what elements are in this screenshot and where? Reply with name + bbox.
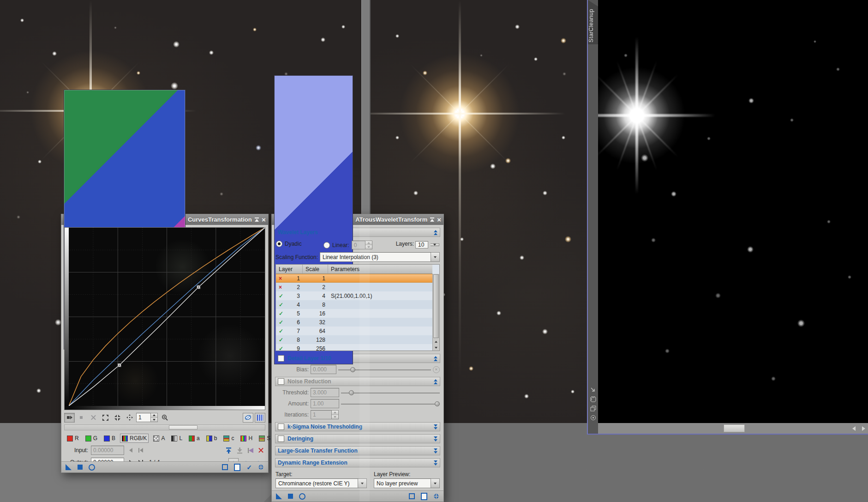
realtime-preview-icon[interactable]: [89, 464, 95, 471]
channel-button-h[interactable]: H: [239, 434, 254, 443]
section-dynamic-range-extension[interactable]: Dynamic Range Extension: [275, 458, 440, 467]
edit-instance-icon[interactable]: [222, 464, 228, 470]
expand-section-icon[interactable]: [434, 424, 437, 429]
wavelet-layer-row[interactable]: ✓764: [276, 327, 432, 335]
wavelet-layer-row[interactable]: ✓8128: [276, 335, 432, 344]
zoom-to-fit-icon[interactable]: [590, 387, 596, 393]
channel-button-b[interactable]: B: [102, 434, 117, 443]
bias-slider[interactable]: [338, 366, 431, 373]
fit-view-icon[interactable]: [590, 396, 596, 402]
apply-global-icon[interactable]: [288, 494, 293, 499]
curve-plot-area[interactable]: [69, 228, 265, 406]
collapse-section-icon[interactable]: [434, 379, 437, 384]
layer-enabled-icon[interactable]: ✓: [279, 293, 286, 299]
detail-layer-checkbox[interactable]: [278, 355, 284, 362]
amount-value-field[interactable]: 1.00: [311, 399, 339, 408]
layers-combo[interactable]: 10: [415, 240, 439, 249]
apply-icon[interactable]: [66, 464, 72, 470]
edit-point-mode-button[interactable]: [64, 413, 75, 423]
wavelet-layer-row[interactable]: ✓48: [276, 300, 432, 309]
wavelet-layer-row[interactable]: ✓632: [276, 318, 432, 327]
channel-button-l[interactable]: L: [169, 434, 184, 443]
channel-button-s[interactable]: S: [257, 434, 272, 443]
scroll-down-icon[interactable]: [433, 345, 439, 351]
wavelet-layer-row[interactable]: ✓516: [276, 309, 432, 318]
vscrollbar-thumb[interactable]: [433, 274, 439, 338]
wavelet-layer-row[interactable]: ×11: [276, 274, 432, 283]
layer-disabled-icon[interactable]: ×: [279, 275, 286, 282]
expand-section-icon[interactable]: [434, 448, 437, 454]
deringing-checkbox[interactable]: [278, 435, 284, 442]
apply-global-icon[interactable]: [78, 465, 83, 470]
pan-mode-button[interactable]: [124, 413, 135, 423]
layer-enabled-icon[interactable]: ✓: [279, 310, 286, 317]
channel-button-a[interactable]: a: [187, 434, 202, 443]
track-check-icon[interactable]: ✓: [246, 464, 252, 471]
section-large-scale-transfer-function[interactable]: Large-Scale Transfer Function: [275, 446, 440, 455]
channel-button-b[interactable]: b: [204, 434, 219, 443]
column-header-layer[interactable]: Layer: [276, 265, 303, 273]
layer-enabled-icon[interactable]: ✓: [279, 302, 286, 308]
column-header-parameters[interactable]: Parameters: [328, 265, 432, 273]
scroll-left-icon[interactable]: [852, 426, 856, 431]
select-point-mode-button[interactable]: [76, 413, 87, 423]
amount-slider[interactable]: [341, 400, 440, 407]
track-view-icon[interactable]: [247, 448, 254, 454]
input-value-field[interactable]: 0.00000: [91, 446, 124, 455]
wavelet-layer-row[interactable]: ✓9256: [276, 344, 432, 351]
threshold-value-field[interactable]: 3.000: [311, 388, 339, 397]
starcleanup-window[interactable]: StarCleanup: [587, 0, 868, 435]
bias-slider-thumb[interactable]: [350, 367, 355, 372]
show-grid-button[interactable]: [255, 413, 265, 423]
shade-window-icon[interactable]: [430, 216, 435, 224]
iterations-value-field[interactable]: 1: [311, 410, 332, 419]
delete-point-mode-button[interactable]: [88, 413, 99, 423]
column-header-scale[interactable]: Scale: [303, 265, 328, 273]
collapse-section-icon[interactable]: [434, 356, 437, 361]
realtime-preview-icon[interactable]: [299, 493, 305, 500]
curve-editor[interactable]: [64, 227, 265, 410]
layer-enabled-icon[interactable]: ✓: [279, 345, 286, 351]
layer-enabled-icon[interactable]: ✓: [279, 319, 286, 326]
shade-window-icon[interactable]: [254, 216, 259, 224]
expand-section-icon[interactable]: [434, 436, 437, 442]
zoom-11-button[interactable]: [159, 413, 170, 423]
layer-enabled-icon[interactable]: ✓: [279, 337, 286, 343]
scroll-right-icon[interactable]: [862, 426, 865, 431]
starcleanup-image-canvas[interactable]: [598, 0, 868, 423]
reset-dialog-icon[interactable]: [258, 464, 264, 470]
previous-point-icon[interactable]: [127, 447, 134, 454]
zoom-out-mode-button[interactable]: [112, 413, 123, 423]
table-vscrollbar[interactable]: [432, 274, 439, 351]
layer-enabled-icon[interactable]: ✓: [279, 328, 286, 334]
documentation-icon[interactable]: [234, 464, 240, 471]
store-curve-icon[interactable]: [225, 447, 232, 454]
channel-button-c[interactable]: c: [221, 434, 236, 443]
center-view-icon[interactable]: [590, 415, 596, 421]
hscrollbar-thumb[interactable]: [724, 424, 745, 432]
threshold-slider-thumb[interactable]: [349, 390, 354, 395]
atrous-titlebar[interactable]: ATrousWaveletTransform ×: [272, 214, 443, 225]
layer-disabled-icon[interactable]: ×: [279, 284, 286, 290]
zoom-in-mode-button[interactable]: [100, 413, 111, 423]
section-deringing[interactable]: Deringing: [275, 434, 440, 443]
bias-value-field[interactable]: 0.000: [311, 365, 336, 374]
wavelet-layer-row[interactable]: ×22: [276, 283, 432, 291]
section-k-sigma-noise-thresholding[interactable]: k-Sigma Noise Thresholding: [275, 422, 440, 431]
reset-dialog-icon[interactable]: [433, 493, 439, 499]
linear-radio[interactable]: [323, 242, 330, 248]
zoom-level-field[interactable]: 1: [136, 413, 151, 422]
zoom-level-spinner[interactable]: [151, 413, 158, 422]
scroll-up-icon[interactable]: [433, 339, 439, 345]
k-sigma-noise-thresholding-checkbox[interactable]: [278, 423, 284, 430]
edit-instance-icon[interactable]: [409, 493, 415, 499]
linear-value-field[interactable]: 0: [352, 241, 365, 249]
wavelet-layer-row[interactable]: ✓34S(21.000,1.00,1): [276, 291, 432, 300]
iterations-spinner[interactable]: [332, 410, 339, 419]
amount-slider-thumb[interactable]: [435, 401, 440, 406]
channel-button-r[interactable]: R: [65, 434, 81, 443]
close-icon[interactable]: ×: [262, 216, 266, 224]
channel-button-g[interactable]: G: [84, 434, 99, 443]
curve-hscrollbar[interactable]: [64, 424, 265, 430]
bias-reset-icon[interactable]: ×: [433, 366, 440, 373]
